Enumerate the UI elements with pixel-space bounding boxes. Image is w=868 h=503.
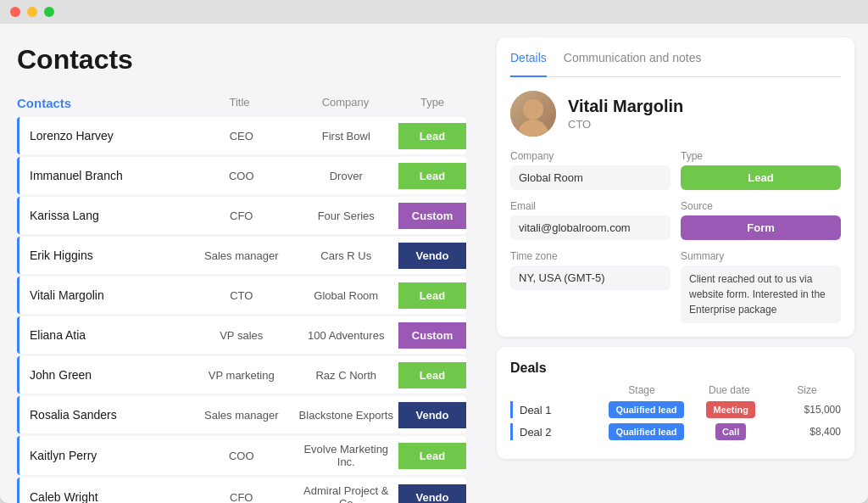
page-title: Contacts <box>17 44 466 75</box>
row-type: Vendo <box>398 402 466 428</box>
row-type: Custom <box>398 322 466 349</box>
row-name: Lorenzo Harvey <box>19 122 189 149</box>
row-title: VP marketing <box>189 362 294 388</box>
summary-value: Client reached out to us via website for… <box>681 265 841 323</box>
type-badge: Vendo <box>398 402 466 428</box>
deals-body: Deal 1 Qualified lead Meeting $15,000 De… <box>510 401 841 440</box>
row-title: CTO <box>189 282 294 309</box>
type-badge: Lead <box>398 163 466 189</box>
table-row[interactable]: John Green VP marketing Raz C North Lead <box>17 356 466 394</box>
type-badge: Custom <box>398 203 466 229</box>
row-type: Vendo <box>398 484 466 504</box>
row-title: CEO <box>189 123 294 149</box>
row-company: 100 Adventures <box>294 322 399 349</box>
row-type: Lead <box>398 362 466 388</box>
row-title: CFO <box>189 203 294 229</box>
tabs: Details Communication and notes <box>510 51 841 77</box>
email-value: vitali@globalroom.com <box>510 215 670 240</box>
table-row[interactable]: Erik Higgins Sales manager Cars R Us Ven… <box>17 237 466 274</box>
table-row[interactable]: Rosalia Sanders Sales manager Blackstone… <box>17 396 466 433</box>
row-name: Caleb Wright <box>19 483 189 503</box>
type-badge: Custom <box>398 322 466 349</box>
row-company: Four Series <box>294 203 399 229</box>
deal-row[interactable]: Deal 1 Qualified lead Meeting $15,000 <box>510 401 841 418</box>
row-title: COO <box>189 443 294 469</box>
row-company: Admiral Project & Co <box>294 478 399 503</box>
contact-header: Vitali Margolin CTO <box>510 91 841 137</box>
field-summary: Summary Client reached out to us via web… <box>681 250 841 323</box>
table-row[interactable]: Immanuel Branch COO Drover Lead <box>17 157 466 194</box>
app-window: Contacts Contacts Title Company Type Lor… <box>0 0 868 503</box>
row-company: Blackstone Exports <box>294 402 399 428</box>
table-body: Lorenzo Harvey CEO First Bowl Lead Imman… <box>17 117 466 503</box>
row-name: Kaitlyn Perry <box>19 442 189 469</box>
deal-size: $15,000 <box>773 404 841 416</box>
avatar-image <box>510 91 556 137</box>
field-source: Source Form <box>681 200 841 240</box>
deals-title: Deals <box>510 360 841 376</box>
avatar <box>510 91 556 137</box>
deals-header-size: Size <box>773 384 841 396</box>
table-row[interactable]: Vitali Margolin CTO Global Room Lead <box>17 277 466 314</box>
deal-due: Call <box>715 423 746 440</box>
deals-header: Stage Due date Size <box>510 384 841 401</box>
email-label: Email <box>510 200 670 212</box>
contact-name-block: Vitali Margolin CTO <box>568 97 683 131</box>
row-type: Lead <box>398 443 466 469</box>
type-badge: Vendo <box>398 243 466 269</box>
left-panel: Contacts Contacts Title Company Type Lor… <box>0 24 483 503</box>
type-label: Type <box>681 150 841 162</box>
row-name: John Green <box>19 361 189 388</box>
type-badge: Lead <box>398 443 466 469</box>
type-badge: Lead <box>398 123 466 149</box>
maximize-button[interactable] <box>44 7 54 17</box>
tab-communication[interactable]: Communication and notes <box>564 51 702 70</box>
deal-name: Deal 2 <box>520 426 604 439</box>
row-type: Lead <box>398 163 466 189</box>
deal-size: $8,400 <box>773 426 841 438</box>
table-row[interactable]: Caleb Wright CFO Admiral Project & Co Ve… <box>17 478 466 503</box>
deal-stage: Qualified lead <box>609 401 683 418</box>
table-header: Contacts Title Company Type <box>17 92 466 114</box>
table-row[interactable]: Eliana Atia VP sales 100 Adventures Cust… <box>17 316 466 354</box>
contact-role: CTO <box>568 118 683 131</box>
right-panel: Details Communication and notes Vitali M… <box>483 24 868 503</box>
row-type: Vendo <box>398 243 466 269</box>
header-title: Title <box>186 96 292 110</box>
row-company: First Bowl <box>294 123 399 149</box>
close-button[interactable] <box>10 7 20 17</box>
deal-row[interactable]: Deal 2 Qualified lead Call $8,400 <box>510 423 841 440</box>
tab-details[interactable]: Details <box>510 51 547 77</box>
row-type: Lead <box>398 123 466 149</box>
row-title: VP sales <box>189 322 294 349</box>
table-row[interactable]: Karissa Lang CFO Four Series Custom <box>17 197 466 234</box>
field-email: Email vitali@globalroom.com <box>510 200 670 240</box>
header-name: Contacts <box>17 96 186 110</box>
row-title: COO <box>189 163 294 189</box>
detail-grid: Company Global Room Type Lead Email vita… <box>510 150 841 323</box>
row-company: Drover <box>294 163 399 189</box>
deals-card: Deals Stage Due date Size Deal 1 Qualifi… <box>497 347 854 459</box>
contact-name: Vitali Margolin <box>568 97 683 116</box>
row-title: Sales manager <box>189 402 294 428</box>
type-badge: Lead <box>398 362 466 388</box>
row-company: Cars R Us <box>294 243 399 269</box>
row-title: Sales manager <box>189 243 294 269</box>
deals-header-due: Due date <box>686 384 773 396</box>
row-title: CFO <box>189 484 294 504</box>
field-timezone: Time zone NY, USA (GMT-5) <box>510 250 670 323</box>
summary-label: Summary <box>681 250 841 262</box>
timezone-value: NY, USA (GMT-5) <box>510 265 670 290</box>
deal-due: Meeting <box>706 401 755 418</box>
field-type: Type Lead <box>681 150 841 190</box>
header-company: Company <box>292 96 398 110</box>
minimize-button[interactable] <box>27 7 37 17</box>
contacts-table: Contacts Title Company Type Lorenzo Harv… <box>17 92 466 503</box>
row-name: Immanuel Branch <box>19 162 189 189</box>
table-row[interactable]: Kaitlyn Perry COO Evolve Marketing Inc. … <box>17 436 466 475</box>
company-value: Global Room <box>510 165 670 190</box>
table-row[interactable]: Lorenzo Harvey CEO First Bowl Lead <box>17 117 466 154</box>
company-label: Company <box>510 150 670 162</box>
header-type: Type <box>398 96 466 110</box>
type-value: Lead <box>681 165 841 190</box>
